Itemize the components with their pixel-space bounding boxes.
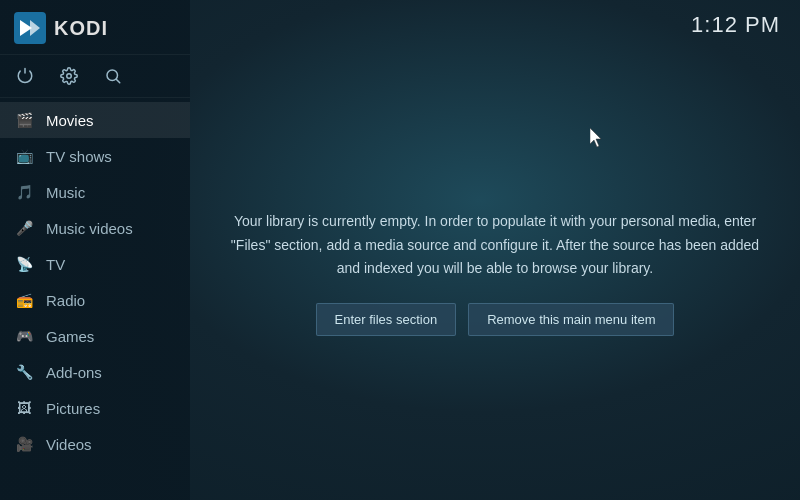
nav-list: 🎬Movies📺TV shows🎵Music🎤Music videos📡TV📻R… [0, 98, 190, 500]
nav-item-games[interactable]: 🎮Games [0, 318, 190, 354]
svg-line-5 [116, 79, 119, 82]
nav-label-music-videos: Music videos [46, 220, 133, 237]
nav-icon-pictures: 🖼 [14, 398, 34, 418]
nav-icon-tvshows: 📺 [14, 146, 34, 166]
settings-button[interactable] [58, 65, 80, 87]
nav-label-videos: Videos [46, 436, 92, 453]
nav-icon-tv: 📡 [14, 254, 34, 274]
info-box: Your library is currently empty. In orde… [205, 190, 785, 356]
nav-item-tv[interactable]: 📡TV [0, 246, 190, 282]
nav-icon-add-ons: 🔧 [14, 362, 34, 382]
time-display: 1:12 PM [691, 12, 780, 38]
nav-icon-music-videos: 🎤 [14, 218, 34, 238]
nav-label-tvshows: TV shows [46, 148, 112, 165]
nav-item-videos[interactable]: 🎥Videos [0, 426, 190, 462]
nav-item-tvshows[interactable]: 📺TV shows [0, 138, 190, 174]
search-button[interactable] [102, 65, 124, 87]
remove-menu-button[interactable]: Remove this main menu item [468, 303, 674, 336]
nav-icon-games: 🎮 [14, 326, 34, 346]
nav-item-music[interactable]: 🎵Music [0, 174, 190, 210]
enter-files-button[interactable]: Enter files section [316, 303, 457, 336]
info-text: Your library is currently empty. In orde… [225, 210, 765, 281]
nav-icon-music: 🎵 [14, 182, 34, 202]
nav-label-music: Music [46, 184, 85, 201]
nav-icon-videos: 🎥 [14, 434, 34, 454]
nav-item-pictures[interactable]: 🖼Pictures [0, 390, 190, 426]
nav-label-tv: TV [46, 256, 65, 273]
nav-label-radio: Radio [46, 292, 85, 309]
content-area: Your library is currently empty. In orde… [190, 46, 800, 500]
svg-point-4 [107, 70, 118, 81]
main-content: 1:12 PM Your library is currently empty.… [190, 0, 800, 500]
nav-item-radio[interactable]: 📻Radio [0, 282, 190, 318]
nav-label-pictures: Pictures [46, 400, 100, 417]
nav-item-movies[interactable]: 🎬Movies [0, 102, 190, 138]
nav-label-add-ons: Add-ons [46, 364, 102, 381]
power-button[interactable] [14, 65, 36, 87]
nav-label-games: Games [46, 328, 94, 345]
nav-item-add-ons[interactable]: 🔧Add-ons [0, 354, 190, 390]
svg-point-3 [67, 74, 72, 79]
nav-item-music-videos[interactable]: 🎤Music videos [0, 210, 190, 246]
sidebar-header: KODI [0, 0, 190, 55]
nav-icon-movies: 🎬 [14, 110, 34, 130]
sidebar-system-icons [0, 55, 190, 98]
kodi-logo-icon [14, 12, 46, 44]
sidebar: KODI 🎬Movies📺TV shows🎵Music🎤Music videos… [0, 0, 190, 500]
nav-icon-radio: 📻 [14, 290, 34, 310]
action-buttons: Enter files section Remove this main men… [225, 303, 765, 336]
nav-label-movies: Movies [46, 112, 94, 129]
app-title: KODI [54, 17, 108, 40]
time-bar: 1:12 PM [190, 0, 800, 46]
